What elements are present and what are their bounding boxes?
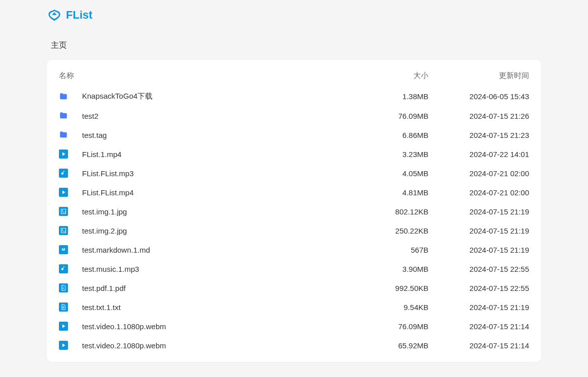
breadcrumb[interactable]: 主页 bbox=[47, 40, 541, 51]
file-name: FList.1.mp4 bbox=[82, 150, 121, 159]
file-time: 2024-07-15 22:55 bbox=[428, 265, 529, 273]
file-time: 2024-07-15 21:19 bbox=[428, 207, 529, 216]
file-size: 76.09MB bbox=[348, 322, 428, 331]
image-icon bbox=[59, 207, 68, 216]
file-name: test.markdown.1.md bbox=[82, 246, 150, 254]
file-row[interactable]: FList.FList.mp34.05MB2024-07-21 02:00 bbox=[59, 164, 529, 183]
svg-point-1 bbox=[62, 229, 63, 230]
file-time: 2024-07-15 21:19 bbox=[428, 303, 529, 312]
file-name: KnapsackToGo4下载 bbox=[82, 92, 153, 101]
file-name: test.img.2.jpg bbox=[82, 227, 127, 235]
file-size: 250.22KB bbox=[348, 227, 428, 235]
file-row[interactable]: test.img.2.jpg250.22KB2024-07-15 21:19 bbox=[59, 221, 529, 240]
video-icon bbox=[59, 188, 68, 197]
file-name: test.music.1.mp3 bbox=[82, 265, 139, 273]
file-size: 9.54KB bbox=[348, 303, 428, 312]
file-time: 2024-07-15 22:55 bbox=[428, 284, 529, 292]
file-size: 3.23MB bbox=[348, 150, 428, 159]
file-name: FList.FList.mp3 bbox=[82, 169, 134, 178]
file-panel: 名称 大小 更新时间 KnapsackToGo4下载1.38MB2024-06-… bbox=[47, 60, 541, 362]
file-row[interactable]: test.img.1.jpg802.12KB2024-07-15 21:19 bbox=[59, 202, 529, 221]
folder-icon bbox=[59, 111, 68, 120]
file-row[interactable]: Mtest.markdown.1.md567B2024-07-15 21:19 bbox=[59, 240, 529, 259]
video-icon bbox=[59, 149, 68, 159]
folder-icon bbox=[59, 92, 68, 101]
file-row[interactable]: FList.FList.mp44.81MB2024-07-21 02:00 bbox=[59, 183, 529, 202]
file-time: 2024-07-21 02:00 bbox=[428, 169, 529, 178]
file-name: test.img.1.jpg bbox=[82, 207, 127, 216]
file-size: 992.50KB bbox=[348, 284, 428, 292]
file-size: 6.86MB bbox=[348, 131, 428, 139]
file-row[interactable]: test.txt.1.txt9.54KB2024-07-15 21:19 bbox=[59, 297, 529, 317]
file-row[interactable]: test276.09MB2024-07-15 21:26 bbox=[59, 106, 529, 125]
app-header: FList bbox=[47, 8, 541, 22]
table-header: 名称 大小 更新时间 bbox=[59, 67, 529, 87]
file-name: FList.FList.mp4 bbox=[82, 188, 134, 197]
header-time[interactable]: 更新时间 bbox=[428, 71, 529, 81]
file-row[interactable]: test.pdf.1.pdf992.50KB2024-07-15 22:55 bbox=[59, 278, 529, 297]
audio-icon bbox=[59, 169, 68, 178]
file-size: 76.09MB bbox=[348, 112, 428, 120]
file-row[interactable]: KnapsackToGo4下载1.38MB2024-06-05 15:43 bbox=[59, 87, 529, 106]
file-time: 2024-07-15 21:23 bbox=[428, 131, 529, 139]
file-list: KnapsackToGo4下载1.38MB2024-06-05 15:43tes… bbox=[59, 87, 529, 355]
file-name: test2 bbox=[82, 112, 99, 120]
file-size: 4.05MB bbox=[348, 169, 428, 178]
file-row[interactable]: test.video.1.1080p.webm76.09MB2024-07-15… bbox=[59, 317, 529, 336]
file-time: 2024-07-22 14:01 bbox=[428, 150, 529, 159]
file-size: 802.12KB bbox=[348, 207, 428, 216]
folder-icon bbox=[59, 130, 68, 139]
breadcrumb-home[interactable]: 主页 bbox=[51, 41, 67, 49]
file-row[interactable]: FList.1.mp43.23MB2024-07-22 14:01 bbox=[59, 144, 529, 164]
file-size: 65.92MB bbox=[348, 341, 428, 350]
file-time: 2024-07-15 21:14 bbox=[428, 341, 529, 350]
image-icon bbox=[59, 226, 68, 235]
file-row[interactable]: test.music.1.mp33.90MB2024-07-15 22:55 bbox=[59, 259, 529, 278]
header-name[interactable]: 名称 bbox=[59, 71, 348, 81]
file-name: test.pdf.1.pdf bbox=[82, 284, 126, 292]
file-name: test.video.1.1080p.webm bbox=[82, 322, 166, 331]
file-size: 567B bbox=[348, 246, 428, 254]
file-name: test.video.2.1080p.webm bbox=[82, 341, 166, 350]
txt-icon bbox=[59, 303, 68, 312]
app-title: FList bbox=[66, 9, 93, 22]
header-size[interactable]: 大小 bbox=[348, 71, 428, 81]
audio-icon bbox=[59, 264, 68, 273]
file-time: 2024-07-21 02:00 bbox=[428, 188, 529, 197]
file-time: 2024-06-05 15:43 bbox=[428, 92, 529, 101]
file-row[interactable]: test.tag6.86MB2024-07-15 21:23 bbox=[59, 125, 529, 144]
video-icon bbox=[59, 322, 68, 331]
file-size: 4.81MB bbox=[348, 188, 428, 197]
file-size: 3.90MB bbox=[348, 265, 428, 273]
markdown-icon: M bbox=[59, 245, 68, 254]
file-name: test.txt.1.txt bbox=[82, 303, 121, 312]
file-size: 1.38MB bbox=[348, 92, 428, 101]
file-time: 2024-07-15 21:19 bbox=[428, 227, 529, 235]
file-time: 2024-07-15 21:19 bbox=[428, 246, 529, 254]
file-name: test.tag bbox=[82, 131, 107, 139]
video-icon bbox=[59, 341, 68, 350]
file-time: 2024-07-15 21:26 bbox=[428, 112, 529, 120]
pdf-icon bbox=[59, 283, 68, 292]
file-time: 2024-07-15 21:14 bbox=[428, 322, 529, 331]
svg-point-0 bbox=[62, 210, 63, 211]
file-row[interactable]: test.video.2.1080p.webm65.92MB2024-07-15… bbox=[59, 336, 529, 355]
logo-icon bbox=[47, 8, 62, 22]
